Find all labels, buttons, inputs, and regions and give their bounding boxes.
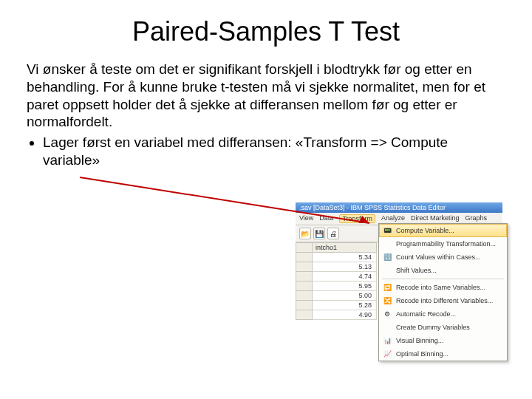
data-cell[interactable]: 4.74 [313, 272, 377, 282]
menu-item-optimal-binning[interactable]: 📈 Optimal Binning... [379, 347, 507, 361]
page-title: Paired-Samples T Test [0, 16, 532, 47]
menu-transform[interactable]: Transform [339, 214, 375, 223]
auto-recode-icon: ⚙ [382, 309, 392, 319]
data-cell[interactable]: 5.95 [313, 282, 377, 291]
menu-item-label: Count Values within Cases... [396, 253, 480, 261]
recode-diff-icon: 🔀 [382, 296, 392, 306]
menu-item-count-values[interactable]: 🔢 Count Values within Cases... [379, 250, 507, 264]
menu-item-label: Automatic Recode... [396, 310, 456, 318]
column-header[interactable]: intcho1 [313, 243, 377, 253]
menu-item-label: Visual Binning... [396, 337, 443, 344]
window-titlebar: .sav [DataSet3] - IBM SPSS Statistics Da… [296, 202, 502, 213]
menu-item-visual-binning[interactable]: 📊 Visual Binning... [379, 334, 507, 347]
row-header[interactable] [296, 282, 313, 291]
row-header[interactable] [296, 301, 313, 310]
blank-icon [382, 322, 392, 332]
intro-paragraph: Vi ønsker å teste om det er signifikant … [0, 61, 532, 131]
menu-data[interactable]: Data [319, 214, 333, 223]
menu-item-label: Programmability Transformation... [396, 240, 496, 248]
menu-item-label: Create Dummy Variables [396, 324, 470, 331]
menu-analyze[interactable]: Analyze [381, 214, 405, 223]
row-header[interactable] [296, 253, 313, 262]
menu-separator [382, 279, 504, 279]
menu-item-compute-variable[interactable]: 📟 Compute Variable... [379, 224, 507, 237]
row-header[interactable] [296, 291, 313, 301]
menu-item-label: Recode into Same Variables... [396, 284, 485, 291]
spss-screenshot: .sav [DataSet3] - IBM SPSS Statistics Da… [296, 202, 502, 320]
transform-dropdown: 📟 Compute Variable... Programmability Tr… [378, 223, 508, 361]
menu-view[interactable]: View [299, 214, 313, 223]
binning-icon: 📊 [382, 335, 392, 346]
toolbar-save-icon[interactable]: 💾 [313, 228, 325, 239]
blank-icon [382, 265, 392, 276]
data-grid: intcho1 5.34 5.13 4.74 5.95 5.00 5.28 4.… [296, 242, 377, 320]
menu-item-create-dummy[interactable]: Create Dummy Variables [379, 321, 507, 334]
toolbar-print-icon[interactable]: 🖨 [327, 228, 339, 239]
menu-item-label: Recode into Different Variables... [396, 297, 493, 304]
optimal-icon: 📈 [382, 349, 392, 359]
compute-icon: 📟 [382, 225, 392, 236]
menu-item-shift-values[interactable]: Shift Values... [379, 264, 507, 277]
corner-cell [296, 243, 313, 253]
data-cell[interactable]: 4.90 [313, 310, 377, 320]
menu-item-recode-same[interactable]: 🔁 Recode into Same Variables... [379, 281, 507, 294]
blank-icon [382, 239, 392, 249]
row-header[interactable] [296, 262, 313, 272]
row-header[interactable] [296, 310, 313, 320]
menu-direct-marketing[interactable]: Direct Marketing [411, 214, 460, 223]
menu-item-recode-diff[interactable]: 🔀 Recode into Different Variables... [379, 294, 507, 307]
menu-item-label: Optimal Binning... [396, 350, 449, 358]
menu-graphs[interactable]: Graphs [466, 214, 488, 223]
menu-item-programmability[interactable]: Programmability Transformation... [379, 237, 507, 250]
data-cell[interactable]: 5.00 [313, 291, 377, 301]
menu-item-label: Compute Variable... [396, 227, 454, 234]
menu-item-label: Shift Values... [396, 267, 437, 274]
bullet-item: Lager først en variabel med differansen:… [43, 134, 532, 169]
recode-icon: 🔁 [382, 282, 392, 293]
data-cell[interactable]: 5.13 [313, 262, 377, 272]
menu-item-auto-recode[interactable]: ⚙ Automatic Recode... [379, 307, 507, 321]
count-icon: 🔢 [382, 252, 392, 262]
bullet-list: Lager først en variabel med differansen:… [0, 134, 532, 169]
toolbar-open-icon[interactable]: 📂 [299, 228, 311, 239]
row-header[interactable] [296, 272, 313, 282]
data-cell[interactable]: 5.28 [313, 301, 377, 310]
data-cell[interactable]: 5.34 [313, 253, 377, 262]
